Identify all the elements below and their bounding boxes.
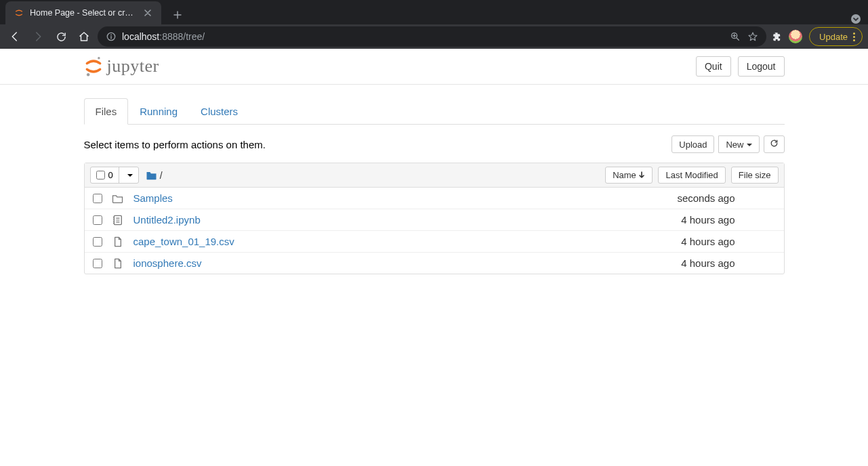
selected-count: 0 (108, 170, 113, 180)
item-name-link[interactable]: Untitled2.ipynb (133, 214, 201, 226)
bookmark-star-icon[interactable] (747, 31, 758, 42)
table-row: Untitled2.ipynb4 hours ago (85, 209, 784, 230)
tab-files[interactable]: Files (84, 98, 129, 125)
new-label: New (726, 140, 743, 150)
notebook-icon (112, 215, 124, 226)
actions-row: Select items to perform actions on them.… (84, 135, 785, 153)
tab-strip: Home Page - Select or create a (0, 0, 868, 24)
select-all-group[interactable]: 0 (90, 167, 139, 184)
extensions-icon[interactable] (770, 31, 782, 43)
forward-button (28, 27, 47, 46)
chevron-down-circle-icon[interactable] (850, 14, 861, 24)
chrome-menu-right (850, 14, 861, 24)
page: jupyter Quit Logout Files Running Cluste… (0, 49, 868, 274)
file-icon (112, 258, 124, 269)
svg-point-2 (110, 35, 112, 36)
close-tab-icon[interactable] (142, 7, 153, 18)
svg-point-5 (98, 57, 100, 60)
refresh-icon (770, 139, 779, 148)
browser-toolbar: localhost:8888/tree/ Update (0, 24, 868, 49)
browser-tab[interactable]: Home Page - Select or create a (5, 1, 161, 24)
actions-hint: Select items to perform actions on them. (84, 139, 266, 150)
sort-modified-button[interactable]: Last Modified (658, 167, 725, 184)
breadcrumb-root[interactable]: / (160, 170, 163, 181)
item-name-link[interactable]: Samples (133, 192, 173, 204)
sort-size-button[interactable]: File size (731, 167, 779, 184)
quit-button[interactable]: Quit (696, 56, 731, 77)
tab-running[interactable]: Running (128, 98, 189, 125)
svg-rect-3 (110, 36, 111, 39)
file-icon (112, 236, 124, 247)
zoom-icon[interactable] (730, 31, 741, 42)
upload-button[interactable]: Upload (671, 135, 714, 153)
update-button[interactable]: Update (809, 27, 863, 46)
select-all-checkbox[interactable] (96, 171, 105, 179)
svg-point-6 (86, 73, 89, 76)
caret-down-icon (747, 144, 752, 146)
select-menu-toggle[interactable] (119, 167, 138, 183)
item-modified: 4 hours ago (681, 214, 775, 226)
jupyter-logo-icon (84, 56, 103, 77)
caret-down-icon (127, 174, 133, 177)
logout-button[interactable]: Logout (738, 56, 785, 77)
jupyter-favicon-icon (14, 7, 24, 18)
row-checkbox[interactable] (93, 237, 102, 247)
row-checkbox[interactable] (93, 259, 102, 268)
arrow-down-icon (638, 171, 645, 178)
folder-icon (112, 194, 124, 203)
url-text: localhost:8888/tree/ (122, 31, 205, 42)
nav-tabs: Files Running Clusters (84, 98, 785, 125)
profile-avatar-icon[interactable] (789, 30, 802, 43)
item-modified: 4 hours ago (681, 236, 775, 247)
svg-point-0 (851, 14, 861, 24)
browser-chrome: Home Page - Select or create a (0, 0, 868, 49)
address-bar[interactable]: localhost:8888/tree/ (98, 26, 766, 47)
update-label: Update (819, 32, 848, 42)
jupyter-logo[interactable]: jupyter (84, 53, 159, 80)
jupyter-header: jupyter Quit Logout (0, 49, 868, 85)
sort-name-button[interactable]: Name (605, 167, 653, 184)
tab-title: Home Page - Select or create a (30, 8, 137, 18)
file-list: 0 / Name Last Modified File size Samples… (84, 163, 785, 274)
file-rows: Samplesseconds agoUntitled2.ipynb4 hours… (85, 188, 784, 274)
new-dropdown[interactable]: New (718, 135, 759, 153)
jupyter-logo-text: jupyter (107, 56, 159, 77)
refresh-button[interactable] (764, 135, 785, 153)
table-row: cape_town_01_19.csv4 hours ago (85, 230, 784, 252)
item-name-link[interactable]: ionosphere.csv (133, 257, 202, 269)
reload-button[interactable] (51, 27, 70, 46)
list-header: 0 / Name Last Modified File size (85, 163, 784, 188)
item-modified: 4 hours ago (681, 257, 775, 269)
sort-name-label: Name (613, 170, 636, 180)
back-button[interactable] (5, 27, 24, 46)
item-modified: seconds ago (677, 192, 775, 204)
table-row: ionosphere.csv4 hours ago (85, 252, 784, 274)
folder-icon[interactable] (146, 171, 157, 180)
tab-clusters[interactable]: Clusters (189, 98, 249, 125)
new-button[interactable]: New (718, 135, 759, 153)
extensions-area: Update (770, 27, 863, 46)
row-checkbox[interactable] (93, 194, 102, 203)
kebab-icon (853, 33, 855, 41)
home-button[interactable] (75, 27, 94, 46)
item-name-link[interactable]: cape_town_01_19.csv (133, 236, 234, 247)
breadcrumb: / (146, 170, 163, 181)
row-checkbox[interactable] (93, 215, 102, 225)
site-info-icon[interactable] (106, 31, 117, 42)
new-tab-button[interactable] (168, 5, 187, 24)
table-row: Samplesseconds ago (85, 188, 784, 209)
